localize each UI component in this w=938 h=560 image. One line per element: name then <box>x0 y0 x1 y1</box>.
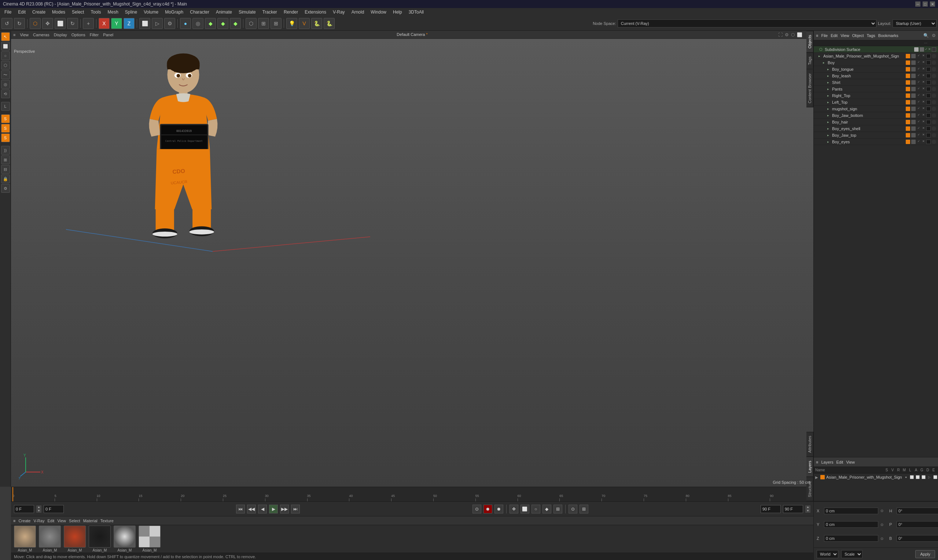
material-item-2[interactable]: Asian_M <box>64 526 86 552</box>
tool-select-circle[interactable]: ○ <box>1 51 10 60</box>
auto-key-btn[interactable]: ⏺ <box>495 505 503 514</box>
viewport-display[interactable]: Display <box>54 32 67 37</box>
viewport-settings[interactable]: ⚙ <box>785 32 789 37</box>
endframe-down[interactable]: ▼ <box>805 509 810 513</box>
material-item-3[interactable]: Asian_M <box>89 526 111 552</box>
snap-button[interactable]: ⊞ <box>271 18 281 29</box>
preview-btn[interactable]: ⊞ <box>580 505 588 514</box>
materials-texture[interactable]: Texture <box>100 518 114 523</box>
side-tab-content[interactable]: Content Browser <box>806 69 813 108</box>
obj-vis2[interactable] <box>920 47 924 52</box>
obj-item-8[interactable]: ▸ mugshot_sign ✓ ✕ <box>814 106 938 112</box>
menu-edit[interactable]: Edit <box>15 9 29 15</box>
obj-dot1-1[interactable] <box>911 60 916 65</box>
render-settings-button[interactable]: ⚙ <box>164 18 175 29</box>
current-frame-input[interactable] <box>14 505 34 513</box>
timeline-ruler[interactable]: 0 5 10 15 20 25 30 35 40 45 50 55 60 65 <box>11 487 813 502</box>
more-btn[interactable]: ⊞ <box>554 505 562 514</box>
materials-menu-icon[interactable]: ≡ <box>13 518 15 523</box>
obj-item-1[interactable]: ▸ Boy ✓ ✕ <box>814 59 938 66</box>
record-btn[interactable]: ⏺ <box>483 505 492 514</box>
obj-dot1-13[interactable] <box>911 140 916 144</box>
obj-item-12[interactable]: ▸ Boy_Jaw_top ✓ ✕ <box>814 132 938 138</box>
next-btn[interactable]: ▶▶ <box>280 505 289 514</box>
tool-loop[interactable]: ⟲ <box>1 89 10 98</box>
script-button[interactable]: 🐍 <box>324 18 335 29</box>
tool-grid1[interactable]: ⊞ <box>1 155 10 164</box>
frame-down[interactable]: ▼ <box>36 509 42 513</box>
tool-select-poly[interactable]: ⬡ <box>1 61 10 70</box>
obj-subdivision-surface[interactable]: ⬡ Subdivision Surface ✓ ✕ <box>814 46 938 53</box>
obj-item-4[interactable]: ▸ Shirt ✓ ✕ <box>814 79 938 86</box>
total-frame-display[interactable] <box>783 505 803 513</box>
render-region-button[interactable]: ⬜ <box>139 18 150 29</box>
side-tab-attributes[interactable]: Attributes <box>806 432 813 457</box>
tool-select-free[interactable]: 〜 <box>1 70 10 79</box>
side-tab-layers[interactable]: Layers <box>806 457 813 477</box>
obj-item-11[interactable]: ▸ Boy_eyes_shell ✓ ✕ <box>814 125 938 132</box>
menu-tracker[interactable]: Tracker <box>260 9 280 15</box>
menu-extensions[interactable]: Extensions <box>302 9 329 15</box>
texture-button[interactable]: ◎ <box>192 18 203 29</box>
obj-dot1-4[interactable] <box>911 80 916 85</box>
menu-file[interactable]: File <box>2 9 14 15</box>
obj-item-3[interactable]: ▸ Boy_leash ✓ ✕ <box>814 72 938 79</box>
coord-x-input[interactable] <box>824 508 878 514</box>
menu-animate[interactable]: Animate <box>213 9 235 15</box>
obj-dot1-9[interactable] <box>911 113 916 118</box>
materials-select[interactable]: Select <box>69 518 80 523</box>
menu-simulate[interactable]: Simulate <box>236 9 259 15</box>
tool-grid2[interactable]: ⊟ <box>1 165 10 174</box>
tool-brush[interactable]: )) <box>1 146 10 155</box>
material-item-4[interactable]: Asian_M <box>114 526 135 552</box>
layers-menu-icon[interactable]: ≡ <box>816 460 818 465</box>
endframe-up[interactable]: ▲ <box>805 505 810 509</box>
obj-dot1-12[interactable] <box>911 133 916 137</box>
start-frame-input[interactable] <box>44 505 64 513</box>
material-item-0[interactable]: Asian_M <box>14 526 36 552</box>
viewport-menu-icon[interactable]: ≡ <box>13 32 15 37</box>
loop-btn[interactable]: ⊙ <box>472 505 481 514</box>
grid-button[interactable]: ⊞ <box>258 18 269 29</box>
viewport-panel[interactable]: Panel <box>103 32 113 37</box>
side-tab-tags[interactable]: Tags <box>806 52 813 69</box>
layers-menu[interactable]: Layers <box>821 460 833 465</box>
node-space-select[interactable]: Current (V-Ray) <box>618 19 876 28</box>
materials-vray[interactable]: V-Ray <box>33 518 45 523</box>
coord-b-input[interactable] <box>896 535 938 542</box>
tool-s2[interactable]: S <box>1 124 10 133</box>
end-frame-display[interactable] <box>761 505 781 513</box>
bone-button[interactable]: ◆ <box>230 18 241 29</box>
obj-dot1-10[interactable] <box>911 120 916 124</box>
vray-button[interactable]: V <box>299 18 310 29</box>
play-btn[interactable]: ▶ <box>269 505 278 514</box>
menu-help[interactable]: Help <box>390 9 405 15</box>
viewport-cameras[interactable]: Cameras <box>33 32 49 37</box>
menu-vray[interactable]: V-Ray <box>330 9 348 15</box>
objects-file-menu[interactable]: File <box>821 33 828 38</box>
coord-p-input[interactable] <box>896 521 938 528</box>
prev-btn[interactable]: ◀ <box>258 505 267 514</box>
tool-pen[interactable]: L <box>1 102 10 111</box>
menu-spline[interactable]: Spline <box>122 9 140 15</box>
obj-dot1-8[interactable] <box>911 107 916 111</box>
material-item-1[interactable]: Asian_M <box>39 526 61 552</box>
move-button[interactable]: ✥ <box>42 18 53 29</box>
scene-canvas[interactable]: Perspective 001433919 <box>11 39 813 487</box>
obj-dot1-3[interactable] <box>911 74 916 78</box>
obj-item-7[interactable]: ▸ Left_Top ✓ ✕ <box>814 99 938 106</box>
objects-object-menu[interactable]: Object <box>852 33 864 38</box>
obj-item-6[interactable]: ▸ Right_Top ✓ ✕ <box>814 92 938 99</box>
world-space-select[interactable]: World <box>817 550 838 558</box>
brush-button[interactable]: ◆ <box>217 18 228 29</box>
goto-end-btn[interactable]: ⏭ <box>291 505 300 514</box>
sculpt-button[interactable]: ◆ <box>205 18 216 29</box>
coord-z-input[interactable] <box>824 535 878 542</box>
tool-select-rect[interactable]: ⬜ <box>1 42 10 51</box>
menu-tools[interactable]: Tools <box>88 9 104 15</box>
obj-item-10[interactable]: ▸ Boy_hair ✓ ✕ <box>814 119 938 125</box>
undo-button[interactable]: ↺ <box>2 18 12 29</box>
y-axis-button[interactable]: Y <box>111 18 122 29</box>
objects-tags-menu[interactable]: Tags <box>867 33 875 38</box>
viewport-maximize[interactable]: ⛶ <box>778 32 783 37</box>
